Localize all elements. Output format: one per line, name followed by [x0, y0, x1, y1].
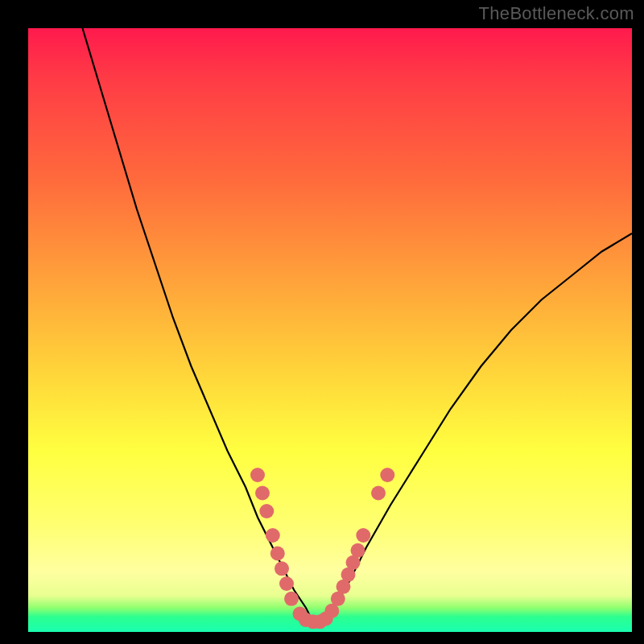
- scatter-dot: [284, 592, 299, 606]
- scatter-dot: [279, 576, 294, 591]
- curve-svg: [28, 28, 632, 632]
- scatter-dot: [371, 486, 386, 501]
- scatter-dot: [259, 504, 274, 518]
- chart-frame: TheBottleneck.com: [0, 0, 644, 644]
- watermark-text: TheBottleneck.com: [479, 3, 634, 24]
- scatter-dot: [380, 468, 394, 482]
- scatter-dot: [266, 528, 280, 543]
- bottleneck-curve: [83, 28, 633, 620]
- plot-area: [28, 28, 632, 632]
- scatter-dot: [270, 547, 285, 561]
- scatter-dot: [255, 486, 270, 501]
- scatter-dot: [250, 468, 265, 482]
- scatter-dot: [351, 543, 365, 558]
- scatter-dots: [250, 468, 394, 629]
- scatter-dot: [356, 528, 370, 543]
- scatter-dot: [275, 561, 289, 576]
